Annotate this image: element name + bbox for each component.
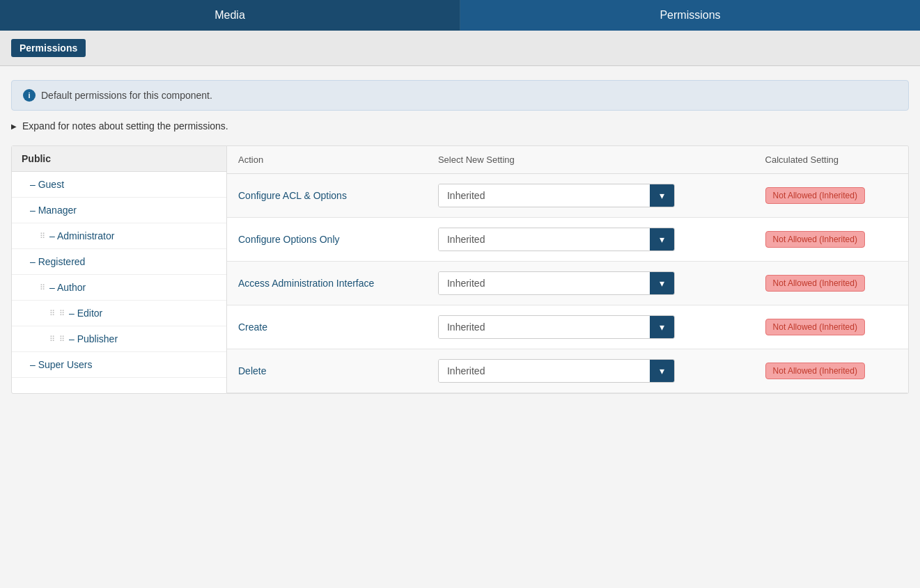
main-layout: Public – Guest – Manager ⠿ – Administrat… bbox=[11, 145, 909, 394]
select-wrapper: Inherited▾ bbox=[438, 359, 675, 383]
top-navigation: Media Permissions bbox=[0, 0, 920, 31]
calculated-cell: Not Allowed (Inherited) bbox=[754, 305, 908, 349]
select-wrapper: Inherited▾ bbox=[438, 228, 675, 251]
sidebar-item-label: – Registered bbox=[30, 256, 85, 267]
select-cell: Inherited▾ bbox=[427, 218, 754, 262]
action-label: Delete bbox=[238, 365, 266, 376]
sidebar-item-label: – Manager bbox=[30, 205, 77, 216]
action-cell: Configure ACL & Options bbox=[227, 174, 427, 218]
info-bar: i Default permissions for this component… bbox=[11, 80, 909, 111]
calculated-cell: Not Allowed (Inherited) bbox=[754, 349, 908, 393]
select-dropdown-button[interactable]: ▾ bbox=[650, 272, 674, 294]
chevron-down-icon: ▾ bbox=[660, 321, 664, 333]
calculated-cell: Not Allowed (Inherited) bbox=[754, 174, 908, 218]
select-dropdown-button[interactable]: ▾ bbox=[650, 184, 674, 207]
sidebar: Public – Guest – Manager ⠿ – Administrat… bbox=[11, 145, 227, 394]
action-cell: Create bbox=[227, 305, 427, 349]
calculated-cell: Not Allowed (Inherited) bbox=[754, 218, 908, 262]
status-badge: Not Allowed (Inherited) bbox=[765, 319, 865, 335]
action-cell: Configure Options Only bbox=[227, 218, 427, 262]
chevron-down-icon: ▾ bbox=[660, 234, 664, 245]
col-calculated: Calculated Setting bbox=[754, 146, 908, 174]
select-value[interactable]: Inherited bbox=[439, 184, 650, 207]
select-cell: Inherited▾ bbox=[427, 305, 754, 349]
action-label: Configure ACL & Options bbox=[238, 190, 347, 201]
calculated-cell: Not Allowed (Inherited) bbox=[754, 262, 908, 305]
sidebar-item-publisher[interactable]: ⠿ ⠿ – Publisher bbox=[12, 326, 226, 352]
expand-arrow-icon: ▶ bbox=[11, 122, 17, 130]
nav-media[interactable]: Media bbox=[0, 0, 460, 31]
select-wrapper: Inherited▾ bbox=[438, 271, 675, 295]
sidebar-item-label: – Publisher bbox=[69, 333, 118, 344]
sidebar-item-author[interactable]: ⠿ – Author bbox=[12, 275, 226, 301]
page-title: Permissions bbox=[11, 39, 86, 57]
action-cell: Delete bbox=[227, 349, 427, 393]
table-row: Access Administration InterfaceInherited… bbox=[227, 262, 908, 305]
sidebar-item-guest[interactable]: – Guest bbox=[12, 172, 226, 198]
page-header: Permissions bbox=[0, 31, 920, 66]
sidebar-item-label: – Super Users bbox=[30, 359, 92, 370]
table-row: CreateInherited▾Not Allowed (Inherited) bbox=[227, 305, 908, 349]
sidebar-item-label: – Author bbox=[49, 282, 86, 293]
status-badge: Not Allowed (Inherited) bbox=[765, 363, 865, 379]
select-value[interactable]: Inherited bbox=[439, 360, 650, 382]
select-dropdown-button[interactable]: ▾ bbox=[650, 360, 674, 382]
info-text: Default permissions for this component. bbox=[41, 90, 212, 101]
expand-row[interactable]: ▶ Expand for notes about setting the per… bbox=[11, 118, 909, 134]
info-icon: i bbox=[23, 89, 36, 102]
expand-label: Expand for notes about setting the permi… bbox=[22, 120, 228, 132]
select-cell: Inherited▾ bbox=[427, 262, 754, 305]
sidebar-item-superusers[interactable]: – Super Users bbox=[12, 352, 226, 378]
sidebar-item-label: – Guest bbox=[30, 179, 64, 190]
chevron-down-icon: ▾ bbox=[660, 278, 664, 289]
select-dropdown-button[interactable]: ▾ bbox=[650, 228, 674, 251]
chevron-down-icon: ▾ bbox=[660, 190, 664, 201]
drag-handle-icon: ⠿ bbox=[49, 309, 55, 318]
action-label: Access Administration Interface bbox=[238, 278, 374, 289]
col-action: Action bbox=[227, 146, 427, 174]
sidebar-item-manager[interactable]: – Manager bbox=[12, 198, 226, 223]
select-value[interactable]: Inherited bbox=[439, 316, 650, 338]
sidebar-item-label: – Editor bbox=[69, 308, 102, 319]
drag-handle-icon-2: ⠿ bbox=[59, 335, 65, 344]
table-row: DeleteInherited▾Not Allowed (Inherited) bbox=[227, 349, 908, 393]
select-dropdown-button[interactable]: ▾ bbox=[650, 316, 674, 338]
drag-handle-icon: ⠿ bbox=[40, 283, 45, 292]
permissions-table: Action Select New Setting Calculated Set… bbox=[227, 146, 908, 393]
action-label: Configure Options Only bbox=[238, 234, 340, 245]
table-row: Configure ACL & OptionsInherited▾Not All… bbox=[227, 174, 908, 218]
select-cell: Inherited▾ bbox=[427, 174, 754, 218]
chevron-down-icon: ▾ bbox=[660, 365, 664, 376]
drag-handle-icon: ⠿ bbox=[40, 232, 45, 241]
sidebar-item-registered[interactable]: – Registered bbox=[12, 249, 226, 275]
drag-handle-icon-2: ⠿ bbox=[59, 309, 65, 318]
col-new-setting: Select New Setting bbox=[427, 146, 754, 174]
action-cell: Access Administration Interface bbox=[227, 262, 427, 305]
status-badge: Not Allowed (Inherited) bbox=[765, 231, 865, 248]
select-value[interactable]: Inherited bbox=[439, 228, 650, 251]
sidebar-item-label: – Administrator bbox=[49, 230, 114, 241]
sidebar-group-public: Public bbox=[12, 146, 226, 172]
status-badge: Not Allowed (Inherited) bbox=[765, 187, 865, 204]
select-cell: Inherited▾ bbox=[427, 349, 754, 393]
sidebar-item-editor[interactable]: ⠿ ⠿ – Editor bbox=[12, 301, 226, 326]
permissions-content: Action Select New Setting Calculated Set… bbox=[227, 145, 909, 394]
select-value[interactable]: Inherited bbox=[439, 272, 650, 294]
status-badge: Not Allowed (Inherited) bbox=[765, 275, 865, 292]
drag-handle-icon: ⠿ bbox=[49, 335, 55, 344]
nav-permissions[interactable]: Permissions bbox=[460, 0, 920, 31]
action-label: Create bbox=[238, 321, 267, 333]
table-row: Configure Options OnlyInherited▾Not Allo… bbox=[227, 218, 908, 262]
select-wrapper: Inherited▾ bbox=[438, 315, 675, 339]
sidebar-item-administrator[interactable]: ⠿ – Administrator bbox=[12, 223, 226, 249]
select-wrapper: Inherited▾ bbox=[438, 184, 675, 207]
